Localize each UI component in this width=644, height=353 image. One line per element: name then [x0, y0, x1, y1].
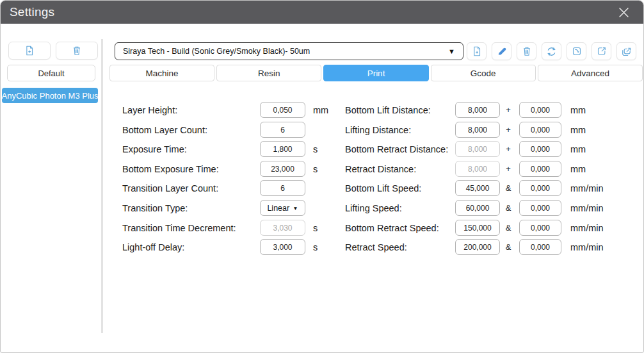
form-row-light-off-delay: Light-off Delay:s: [122, 239, 343, 256]
form-row-bottom-retract-speed: Bottom Retract Speed:&mm/min: [345, 220, 627, 236]
settings-tabs: MachineResinPrintGcodeAdvanced: [109, 65, 643, 81]
retract-speed-input-1[interactable]: [455, 239, 500, 255]
operator-label: &: [503, 180, 513, 197]
caret-down-icon: ▼: [448, 47, 455, 55]
field-label: Bottom Lift Distance:: [345, 102, 431, 119]
bottom-lift-speed-input-2[interactable]: [519, 180, 561, 196]
refresh-icon: [545, 45, 558, 58]
retract-speed-input-2[interactable]: [519, 239, 561, 255]
export-all-profiles-button[interactable]: [616, 42, 636, 60]
select-value: Linear: [267, 204, 289, 213]
unit-label: mm: [570, 141, 586, 158]
trash-icon: [521, 45, 533, 57]
field-label: Exposure Time:: [122, 141, 187, 158]
sidebar-item-machine[interactable]: AnyCubic Photon M3 Plus: [2, 88, 98, 103]
form-right-column: Bottom Lift Distance:+mmLifting Distance…: [345, 102, 627, 259]
field-label: Transition Time Decrement:: [122, 220, 236, 236]
import-icon: [571, 45, 583, 57]
add-machine-button[interactable]: [8, 42, 51, 60]
layer-height-input[interactable]: [260, 102, 305, 118]
field-label: Transition Type:: [122, 200, 188, 217]
export-all-icon: [620, 45, 632, 58]
form-row-retract-speed: Retract Speed:&mm/min: [345, 239, 627, 256]
titlebar: Settings: [1, 1, 643, 24]
field-label: Bottom Exposure Time:: [122, 161, 219, 177]
bottom-layer-count-input[interactable]: [260, 122, 305, 138]
form-left-column: Layer Height:mmBottom Layer Count:Exposu…: [122, 102, 343, 259]
field-label: Layer Height:: [122, 102, 177, 119]
unit-label: s: [313, 239, 318, 256]
file-plus-icon: [471, 45, 483, 57]
form-row-exposure-time: Exposure Time:s: [122, 141, 343, 158]
lifting-speed-input-2[interactable]: [519, 200, 561, 216]
unit-label: mm/min: [570, 220, 604, 236]
bottom-retract-speed-input-2[interactable]: [519, 220, 561, 236]
exposure-time-input[interactable]: [260, 141, 305, 157]
window-title: Settings: [10, 5, 54, 19]
bottom-lift-speed-input-1[interactable]: [455, 180, 500, 196]
operator-label: +: [503, 161, 513, 177]
tab-advanced[interactable]: Advanced: [538, 65, 643, 81]
refresh-profiles-button[interactable]: [542, 42, 561, 60]
form-row-bottom-exposure-time: Bottom Exposure Time:s: [122, 161, 343, 177]
unit-label: mm/min: [570, 200, 604, 217]
tab-machine[interactable]: Machine: [109, 65, 214, 81]
form-row-lifting-distance: Lifting Distance:+mm: [345, 122, 627, 138]
form-row-bottom-lift-speed: Bottom Lift Speed:&mm/min: [345, 180, 627, 197]
tab-print[interactable]: Print: [323, 65, 428, 81]
lifting-speed-input-1[interactable]: [455, 200, 500, 216]
default-profile-button[interactable]: Default: [7, 65, 95, 81]
field-label: Transition Layer Count:: [122, 180, 218, 197]
form-row-lifting-speed: Lifting Speed:&mm/min: [345, 200, 627, 217]
trash-icon: [71, 45, 83, 56]
unit-label: mm: [570, 122, 586, 138]
field-label: Bottom Retract Speed:: [345, 220, 439, 236]
form-row-bottom-retract-distance: Bottom Retract Distance:+mm: [345, 141, 627, 158]
bottom-retract-distance-input-2[interactable]: [519, 141, 561, 157]
form-row-transition-layer-count: Transition Layer Count:: [122, 180, 343, 197]
bottom-lift-distance-input-1[interactable]: [455, 102, 500, 118]
unit-label: s: [313, 161, 318, 177]
transition-type-select[interactable]: Linear▼: [260, 200, 305, 216]
operator-label: &: [503, 239, 513, 256]
unit-label: mm: [313, 102, 328, 119]
tab-resin[interactable]: Resin: [216, 65, 321, 81]
machine-list: AnyCubic Photon M3 Plus: [2, 88, 98, 106]
unit-label: s: [313, 141, 318, 158]
field-label: Light-off Delay:: [122, 239, 184, 256]
export-profile-button[interactable]: [592, 42, 611, 60]
file-plus-icon: [24, 45, 35, 56]
bottom-retract-speed-input-1[interactable]: [455, 220, 500, 236]
operator-label: +: [503, 141, 513, 158]
unit-label: mm/min: [570, 239, 604, 256]
form-row-layer-height: Layer Height:mm: [122, 102, 343, 119]
field-label: Lifting Distance:: [345, 122, 411, 138]
resin-profile-select[interactable]: Siraya Tech - Build (Sonic Grey/Smoky Bl…: [115, 42, 463, 60]
operator-label: &: [503, 200, 513, 217]
close-button[interactable]: [613, 1, 634, 24]
form-row-transition-time-decrement: Transition Time Decrement:s: [122, 220, 343, 236]
delete-machine-button[interactable]: [56, 42, 98, 60]
retract-distance-input-1: [455, 161, 500, 177]
profile-toolbar: [467, 42, 636, 60]
unit-label: mm: [570, 161, 586, 177]
lifting-distance-input-2[interactable]: [519, 122, 561, 138]
form-row-bottom-lift-distance: Bottom Lift Distance:+mm: [345, 102, 627, 119]
light-off-delay-input[interactable]: [260, 239, 305, 255]
import-profile-button[interactable]: [567, 42, 586, 60]
resin-profile-value: Siraya Tech - Build (Sonic Grey/Smoky Bl…: [123, 47, 448, 56]
bottom-exposure-time-input[interactable]: [260, 161, 305, 177]
add-profile-button[interactable]: [467, 42, 487, 60]
field-label: Bottom Layer Count:: [122, 122, 207, 138]
unit-label: mm/min: [570, 180, 604, 197]
form-row-transition-type: Transition Type:Linear▼: [122, 200, 343, 217]
transition-layer-count-input[interactable]: [260, 180, 305, 196]
operator-label: +: [503, 122, 513, 138]
edit-profile-button[interactable]: [492, 42, 511, 60]
tab-gcode[interactable]: Gcode: [431, 65, 536, 81]
unit-label: mm: [570, 102, 586, 119]
bottom-lift-distance-input-2[interactable]: [519, 102, 561, 118]
lifting-distance-input-1[interactable]: [455, 122, 500, 138]
retract-distance-input-2[interactable]: [519, 161, 561, 177]
delete-profile-button[interactable]: [517, 42, 536, 60]
